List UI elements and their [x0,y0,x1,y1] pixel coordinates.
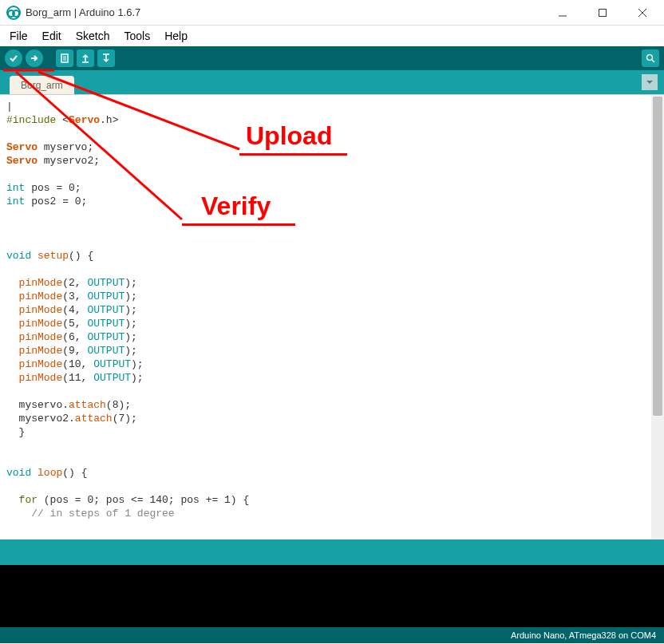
save-sketch-button[interactable] [97,49,115,67]
menubar: File Edit Sketch Tools Help [0,26,664,46]
window-titlebar: Borg_arm | Arduino 1.6.7 [0,0,664,26]
verify-button[interactable] [5,49,22,67]
status-bar [0,539,664,565]
open-sketch-button[interactable] [77,49,94,67]
tabbar: Borg_arm [0,70,664,94]
minimize-button[interactable] [552,2,573,23]
menu-edit[interactable]: Edit [36,27,68,45]
upload-button[interactable] [26,49,43,67]
editor-scrollbar[interactable] [651,95,664,539]
menu-help[interactable]: Help [158,27,194,45]
tab-menu-button[interactable] [642,74,658,90]
menu-file[interactable]: File [3,27,34,45]
arduino-logo-icon [6,6,21,20]
svg-line-11 [652,60,654,62]
svg-rect-1 [599,9,607,16]
menu-sketch[interactable]: Sketch [69,27,117,45]
sketch-tab[interactable]: Borg_arm [10,76,74,94]
svg-point-10 [647,55,653,61]
scrollbar-thumb[interactable] [653,97,662,416]
close-button[interactable] [632,2,653,23]
console [0,565,664,627]
board-status: Arduino Nano, ATmega328 on COM4 [511,630,656,640]
serial-monitor-button[interactable] [642,49,659,67]
footer-bar: Arduino Nano, ATmega328 on COM4 [0,627,664,643]
window-controls [552,2,658,23]
new-sketch-button[interactable] [56,49,73,67]
maximize-button[interactable] [592,2,613,23]
code-content[interactable]: | #include <Servo.h> Servo myservo; Serv… [0,95,651,539]
menu-tools[interactable]: Tools [118,27,157,45]
toolbar [0,46,664,70]
code-editor[interactable]: | #include <Servo.h> Servo myservo; Serv… [0,94,664,539]
window-title: Borg_arm | Arduino 1.6.7 [26,6,140,18]
